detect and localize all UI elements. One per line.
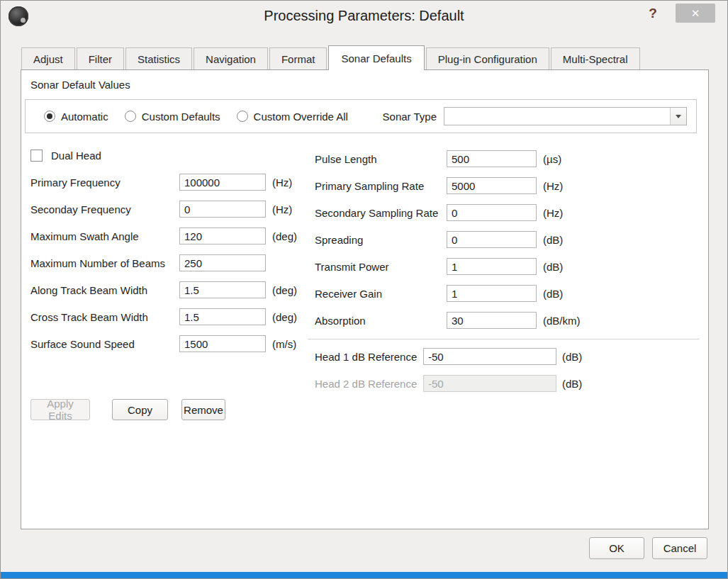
field-label: Surface Sound Speed [30,338,179,350]
field-label: Primary Sampling Rate [315,180,447,192]
field-unit: (dB) [562,351,582,363]
field-row-secondary-frequency: Seconday Frequency (Hz) [30,201,297,218]
field-label: Receiver Gain [315,288,447,300]
secondary-frequency-input[interactable] [179,201,266,218]
section-title: Sonar Default Values [30,79,130,91]
field-label: Maximum Number of Beams [30,257,179,269]
field-row-surface-sound-speed: Surface Sound Speed (m/s) [30,335,297,352]
dual-head-row[interactable]: Dual Head [30,148,297,162]
tab-format[interactable]: Format [269,47,327,69]
radio-automatic-icon[interactable] [44,111,55,122]
field-row-along-track-beam-width: Along Track Beam Width (deg) [30,281,297,298]
dual-head-checkbox[interactable] [30,150,43,162]
field-row-absorption: Absorption (dB/km) [315,312,700,329]
accent-strip [1,572,727,578]
left-field-column: Dual Head Primary Frequency (Hz) Seconda… [30,148,297,362]
help-button[interactable]: ? [645,6,661,21]
field-row-maximum-number-of-beams: Maximum Number of Beams [30,254,297,271]
primary-frequency-input[interactable] [179,174,266,191]
field-label: Transmit Power [315,261,447,273]
field-unit: (dB) [543,261,563,273]
field-unit: (Hz) [272,176,292,189]
head2-db-reference-input [423,375,556,392]
field-row-head2-db-reference: Head 2 dB Reference (dB) [315,375,700,392]
radio-option-custom-defaults[interactable]: Custom Defaults [125,111,220,123]
field-row-head1-db-reference: Head 1 dB Reference (dB) [315,348,700,365]
field-label: Primary Frequency [30,176,179,189]
field-label: Absorption [315,315,447,327]
field-label: Seconday Frequency [30,203,179,215]
field-label: Secondary Sampling Rate [315,207,447,219]
field-unit: (m/s) [272,338,296,350]
sonar-type-combobox[interactable] [444,107,687,125]
dialog-window: Processing Parameters: Default ? ✕ Sonar… [0,0,728,579]
maximum-number-of-beams-input[interactable] [179,254,266,271]
transmit-power-input[interactable] [447,258,537,275]
radio-custom-defaults-icon[interactable] [125,111,136,122]
remove-button[interactable]: Remove [181,399,225,420]
field-row-secondary-sampling-rate: Secondary Sampling Rate (Hz) [315,204,700,221]
field-row-spreading: Spreading (dB) [315,231,700,248]
ok-button[interactable]: OK [589,537,644,559]
radio-automatic-label: Automatic [61,111,108,123]
field-label: Cross Track Beam Width [30,311,179,323]
maximum-swath-angle-input[interactable] [179,227,266,244]
tab-statistics[interactable]: Statistics [125,47,192,69]
sonar-type-dropdown-button[interactable] [670,108,686,125]
receiver-gain-input[interactable] [447,285,537,302]
apply-edits-button: Apply Edits [30,399,90,420]
field-label: Pulse Length [315,153,447,165]
field-row-receiver-gain: Receiver Gain (dB) [315,285,700,302]
field-unit: (dB) [562,378,582,390]
radio-custom-override-all-icon[interactable] [237,111,248,122]
spreading-input[interactable] [447,231,537,248]
field-unit: (Hz) [543,207,563,219]
field-row-primary-sampling-rate: Primary Sampling Rate (Hz) [315,177,700,194]
field-unit: (Hz) [543,180,563,192]
tab-multi-spectral[interactable]: Multi-Spectral [551,47,640,69]
right-field-column: Pulse Length (µs) Primary Sampling Rate … [315,150,700,402]
pulse-length-input[interactable] [447,150,537,167]
cross-track-beam-width-input[interactable] [179,308,266,325]
sonar-type-input[interactable] [444,108,670,125]
title-bar: Processing Parameters: Default ? ✕ [1,1,727,35]
field-label: Maximum Swath Angle [30,230,179,242]
field-label: Head 1 dB Reference [315,351,423,363]
mode-groupbox: Automatic Custom Defaults Custom Overrid… [25,99,697,133]
tab-filter[interactable]: Filter [77,47,124,69]
sonar-type-label: Sonar Type [383,111,437,123]
tab-navigation[interactable]: Navigation [194,47,268,69]
field-unit: (dB) [543,288,563,300]
radio-custom-defaults-label: Custom Defaults [142,111,220,123]
head1-db-reference-input[interactable] [423,348,556,365]
cancel-button[interactable]: Cancel [652,537,707,559]
field-row-cross-track-beam-width: Cross Track Beam Width (deg) [30,308,297,325]
tab-plug-in-configuration[interactable]: Plug-in Configuration [426,47,549,69]
field-label: Head 2 dB Reference [315,378,423,390]
radio-option-custom-override-all[interactable]: Custom Override All [237,111,348,123]
surface-sound-speed-input[interactable] [179,335,266,352]
primary-sampling-rate-input[interactable] [447,177,537,194]
window-title: Processing Parameters: Default [1,8,727,24]
field-unit: (dB/km) [543,315,581,327]
tab-adjust[interactable]: Adjust [21,47,75,69]
dialog-button-row: OK Cancel [589,537,707,559]
close-button[interactable]: ✕ [676,4,715,23]
tab-strip: Adjust Filter Statistics Navigation Form… [21,45,642,69]
action-button-row: Apply Edits Copy Remove [30,399,225,420]
main-panel: Sonar Default Values Automatic Custom De… [21,69,709,529]
field-unit: (deg) [272,284,297,296]
radio-option-automatic[interactable]: Automatic [44,111,108,123]
copy-button[interactable]: Copy [112,399,168,420]
radio-custom-override-all-label: Custom Override All [254,111,348,123]
along-track-beam-width-input[interactable] [179,281,266,298]
secondary-sampling-rate-input[interactable] [447,204,537,221]
field-unit: (µs) [543,153,561,165]
tab-sonar-defaults[interactable]: Sonar Defaults [328,45,424,70]
field-unit: (dB) [543,234,563,246]
field-row-transmit-power: Transmit Power (dB) [315,258,700,275]
field-row-pulse-length: Pulse Length (µs) [315,150,700,167]
field-label: Along Track Beam Width [30,284,179,296]
field-label: Spreading [315,234,447,246]
absorption-input[interactable] [447,312,537,329]
